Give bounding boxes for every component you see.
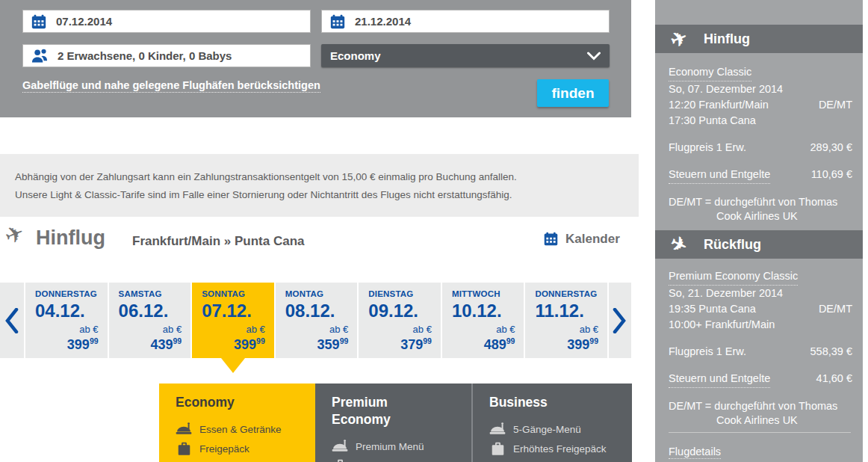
day-weekday: SAMSTAG [119,289,182,298]
outbound-section-header: ✈ Hinflug Frankfurt/Main » Punta Cana Ka… [0,228,631,259]
fare-feature-label: 5-Gänge-Menü [513,424,581,435]
open-jaw-airports-link[interactable]: Gabelflüge und nahe gelegene Flughäfen b… [22,79,320,93]
fare-feature: Erhöhtes Freigepäck [332,459,471,462]
calendar-icon [329,13,346,30]
chevron-down-icon [587,52,601,61]
day-price: ab € 43999 [150,324,182,351]
price-main: 489 [484,337,506,352]
meal-icon [176,422,192,436]
carousel-day[interactable]: SAMSTAG 06.12. ab € 43999 [108,283,191,358]
day-price: ab € 48999 [484,324,515,351]
sidebar-outbound-title: Hinflug [704,31,750,47]
section-title: Hinflug [36,227,105,250]
fare-feature: Essen & Getränke [176,422,315,436]
calendar-icon [543,231,559,247]
inbound-date: So, 21. Dezember 2014 [669,286,852,301]
inbound-departure: 19:35 Punta Cana [669,301,756,317]
luggage-icon [176,442,192,456]
outbound-date: So, 07. Dezember 2014 [669,81,852,97]
fare-class-panel[interactable]: Premium Economy Premium Menü Erhöhtes Fr… [315,384,471,462]
day-weekday: SONNTAG [202,289,265,298]
fare-feature: 5-Gänge-Menü [489,422,632,436]
fare-feature-list: Essen & Getränke Freigepäck [176,422,315,456]
day-weekday: MONTAG [285,289,349,298]
price-main: 439 [150,337,173,352]
price-prefix: ab € [67,324,99,335]
price-prefix: ab € [317,324,349,335]
fare-class-title: Premium Economy [332,394,421,428]
carousel-day[interactable]: DONNERSTAG 04.12. ab € 39999 [24,283,108,358]
price-main: 359 [317,337,340,352]
passengers-input[interactable]: 2 Erwachsene, 0 Kinder, 0 Babys [22,44,311,67]
passengers-value: 2 Erwachsene, 0 Kinder, 0 Babys [58,49,232,62]
day-weekday: DONNERSTAG [35,289,99,298]
day-date: 10.12. [452,301,515,321]
price-prefix: ab € [484,324,515,335]
carousel-day[interactable]: DONNERSTAG 11.12. ab € 39999 [524,283,607,358]
cabin-class-value: Economy [330,49,381,62]
price-main: 399 [67,337,90,352]
fare-feature: Premium Menü [332,440,471,453]
booking-summary-sidebar: ✈ Hinflug Economy Classic So, 07. Dezemb… [655,0,863,462]
find-button[interactable]: finden [537,79,609,107]
calendar-view-link[interactable]: Kalender [543,231,620,247]
chevron-left-icon [5,308,19,333]
day-price: ab € 39999 [67,324,99,351]
fare-class-panel[interactable]: Economy Essen & Getränke Freigepäck [159,384,315,462]
search-panel: 07.12.2014 21.12.2014 2 Erwachsene, 0 Ki… [0,0,631,117]
date-carousel: DONNERSTAG 04.12. ab € 39999 SAMSTAG 06.… [0,283,631,358]
notice-line-1: Abhängig von der Zahlungsart kann ein Za… [15,168,639,186]
meal-icon [332,440,348,453]
day-weekday: MITTWOCH [452,289,515,298]
depart-date-value: 07.12.2014 [56,15,112,28]
carousel-prev-button[interactable] [0,283,24,358]
return-date-value: 21.12.2014 [355,15,411,28]
calendar-link-label: Kalender [565,232,620,247]
inbound-price-label: Flugpreis 1 Erw. [669,344,746,360]
outbound-taxes-link[interactable]: Steuern und Entgelte [669,167,770,184]
price-cents: 99 [423,336,432,345]
depart-date-input[interactable]: 07.12.2014 [22,10,311,33]
fare-feature-list: Premium Menü Erhöhtes Freigepäck [332,440,471,462]
outbound-price-value: 289,30 € [810,140,852,155]
outbound-taxes-value: 110,69 € [811,167,852,182]
price-prefix: ab € [567,324,598,335]
return-date-input[interactable]: 21.12.2014 [321,10,610,33]
people-icon [31,48,49,64]
carousel-day[interactable]: SONNTAG 07.12. ab € 39999 [190,283,274,358]
day-weekday: DIENSTAG [368,289,432,298]
flight-details-link[interactable]: Flugdetails [669,446,721,459]
outbound-fare-link[interactable]: Economy Classic [669,64,751,81]
day-date: 06.12. [119,301,182,321]
day-price: ab € 35999 [317,324,349,351]
carousel-day[interactable]: MITTWOCH 10.12. ab € 48999 [441,283,524,358]
fare-feature-label: Premium Menü [356,441,424,452]
inbound-price-value: 558,39 € [810,344,852,360]
carousel-day[interactable]: DIENSTAG 09.12. ab € 37999 [357,283,441,358]
price-main: 379 [400,337,423,352]
day-weekday: DONNERSTAG [535,289,598,298]
inbound-fare-link[interactable]: Premium Economy Classic [669,268,798,286]
route-label: Frankfurt/Main » Punta Cana [132,234,304,249]
cabin-class-select[interactable]: Economy [321,44,610,67]
price-main: 399 [567,337,589,352]
plane-takeoff-icon: ✈ [669,29,694,49]
fare-class-title: Economy [176,394,265,411]
outbound-arrival: 17:30 Punta Cana [669,113,852,129]
fare-feature-label: Erhöhtes Freigepäck [513,443,607,455]
carousel-next-button[interactable] [607,283,631,358]
day-date: 04.12. [35,301,99,321]
carousel-day[interactable]: MONTAG 08.12. ab € 35999 [274,283,358,358]
price-cents: 99 [340,336,349,345]
price-cents: 99 [589,336,598,345]
price-prefix: ab € [400,324,432,335]
day-price: ab € 39999 [234,324,265,351]
inbound-taxes-value: 41,60 € [816,371,852,386]
day-date: 07.12. [202,301,265,321]
fare-class-panel[interactable]: Business 5-Gänge-Menü Erhöhtes Freigepäc… [471,384,632,462]
inbound-taxes-link[interactable]: Steuern und Entgelte [669,371,770,388]
flight-booking-page: 07.12.2014 21.12.2014 2 Erwachsene, 0 Ki… [0,0,868,462]
fare-feature-label: Freigepäck [199,443,249,455]
calendar-icon [31,13,47,30]
inbound-operator-note: DE/MT = durchgeführt von Thomas Cook Air… [669,399,852,428]
